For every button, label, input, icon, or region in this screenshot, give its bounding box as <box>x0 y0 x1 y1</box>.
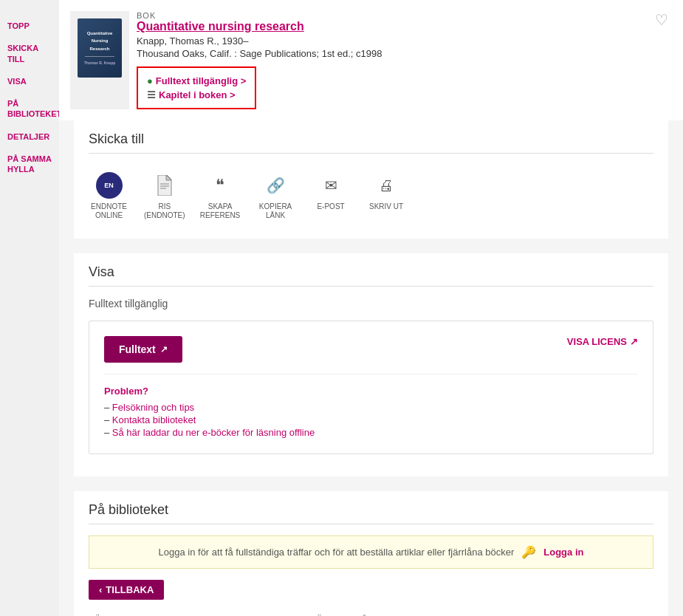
fulltext-btn-label: Fulltext <box>119 343 156 355</box>
book-cover-area: Quantitative Nursing Research Thomas R. … <box>70 11 129 109</box>
kopiera-lank-item[interactable]: 🔗 KOPIERALÄNK <box>255 172 296 220</box>
library-title: På biblioteket <box>89 502 653 524</box>
book-publisher: Thousand Oaks, Calif. : Sage Publication… <box>137 48 668 59</box>
main-content: Quantitative Nursing Research Thomas R. … <box>59 0 683 616</box>
chapter-quick-link[interactable]: ☰Kapitel i boken > <box>147 88 246 102</box>
book-title[interactable]: Quantitative nursing research <box>137 20 668 33</box>
visa-section: Visa Fulltext tillgänglig Fulltext ↗ VIS… <box>74 253 668 476</box>
login-link[interactable]: Logga in <box>543 547 583 558</box>
back-chevron-icon: ‹ <box>99 584 102 595</box>
back-btn-area: ‹ TILLBAKA <box>89 580 653 607</box>
quick-links-box: ●Fulltext tillgänglig > ☰Kapitel i boken… <box>137 66 256 109</box>
skapa-referens-item[interactable]: ❝ SKAPAREFERENS <box>200 172 241 220</box>
kopiera-lank-label: KOPIERALÄNK <box>259 202 292 220</box>
e-post-label: E-POST <box>317 202 344 211</box>
fulltext-card-inner: Fulltext ↗ VISA LICENS ↗ <box>104 336 638 363</box>
sidebar: TOPP SKICKA TILL VISA PÅ BIBLIOTEKET DET… <box>0 0 59 616</box>
book-author: Knapp, Thomas R., 1930– <box>137 35 668 47</box>
ris-label: RIS(ENDNOTE) <box>144 202 185 220</box>
skriv-ut-label: SKRIV UT <box>369 202 403 211</box>
send-to-row: EN ENDNOTEONLINE <box>89 165 653 227</box>
book-cover: Quantitative Nursing Research Thomas R. … <box>78 18 122 78</box>
sidebar-item-visa[interactable]: VISA <box>0 70 59 92</box>
visa-title: Visa <box>89 264 653 287</box>
e-post-icon: ✉ <box>318 172 344 199</box>
ris-item[interactable]: RIS(ENDNOTE) <box>144 172 185 220</box>
kontakta-link[interactable]: Kontakta biblioteket <box>104 414 638 426</box>
endnote-online-item[interactable]: EN ENDNOTEONLINE <box>89 172 129 220</box>
send-to-title: Skicka till <box>89 131 653 154</box>
problem-title: Problem? <box>104 386 638 397</box>
visa-licens-link[interactable]: VISA LICENS ↗ <box>567 336 638 347</box>
external-link-icon: ↗ <box>160 344 168 355</box>
problem-section: Problem? Felsökning och tips Kontakta bi… <box>104 374 638 439</box>
send-to-section: Skicka till EN ENDNOTEONLINE <box>74 120 668 239</box>
skapa-referens-label: SKAPAREFERENS <box>200 202 240 220</box>
fulltext-card: Fulltext ↗ VISA LICENS ↗ Problem? Felsök… <box>89 321 653 454</box>
sidebar-item-detaljer[interactable]: DETALJER <box>0 126 59 148</box>
back-button[interactable]: ‹ TILLBAKA <box>89 580 164 600</box>
book-header: Quantitative Nursing Research Thomas R. … <box>59 0 683 120</box>
visa-licens-label: VISA LICENS <box>567 336 627 347</box>
skapa-referens-icon: ❝ <box>207 172 233 199</box>
book-type: BOK <box>137 11 668 20</box>
content-area: Skicka till EN ENDNOTEONLINE <box>59 120 683 616</box>
back-btn-label: TILLBAKA <box>106 584 154 595</box>
fulltext-quick-link[interactable]: ●Fulltext tillgänglig > <box>147 74 246 88</box>
felsökning-link[interactable]: Felsökning och tips <box>104 401 638 414</box>
e-post-item[interactable]: ✉ E-POST <box>311 172 351 211</box>
kopiera-lank-icon: 🔗 <box>262 172 289 199</box>
endnote-online-label: ENDNOTEONLINE <box>91 202 127 220</box>
library-section: På biblioteket Logga in för att få fulls… <box>74 491 668 616</box>
laddar-ner-link[interactable]: Så här laddar du ner e-böcker för läsnin… <box>104 426 638 439</box>
fulltext-button[interactable]: Fulltext ↗ <box>104 336 182 363</box>
external-icon: ↗ <box>630 336 638 347</box>
favorite-icon[interactable]: ♡ <box>655 11 668 29</box>
login-notice-text: Logga in för att få fullständiga träffar… <box>159 547 515 558</box>
skriv-ut-item[interactable]: 🖨 SKRIV UT <box>366 172 407 211</box>
ris-icon <box>151 172 178 199</box>
sidebar-item-topp[interactable]: TOPP <box>0 15 59 37</box>
login-warning: Logga in för att få fullständiga träffar… <box>89 535 653 569</box>
fulltext-available-label: Fulltext tillgänglig <box>89 298 653 309</box>
sidebar-item-pa-samma-hylla[interactable]: PÅ SAMMA HYLLA <box>0 148 59 181</box>
sidebar-item-skicka-till[interactable]: SKICKA TILL <box>0 37 59 70</box>
sidebar-item-pa-biblioteket[interactable]: PÅ BIBLIOTEKET <box>0 92 59 126</box>
endnote-online-icon: EN <box>96 172 123 199</box>
book-info: BOK Quantitative nursing research Knapp,… <box>129 11 668 109</box>
login-icon: 🔑 <box>521 545 536 559</box>
skriv-ut-icon: 🖨 <box>373 172 399 199</box>
